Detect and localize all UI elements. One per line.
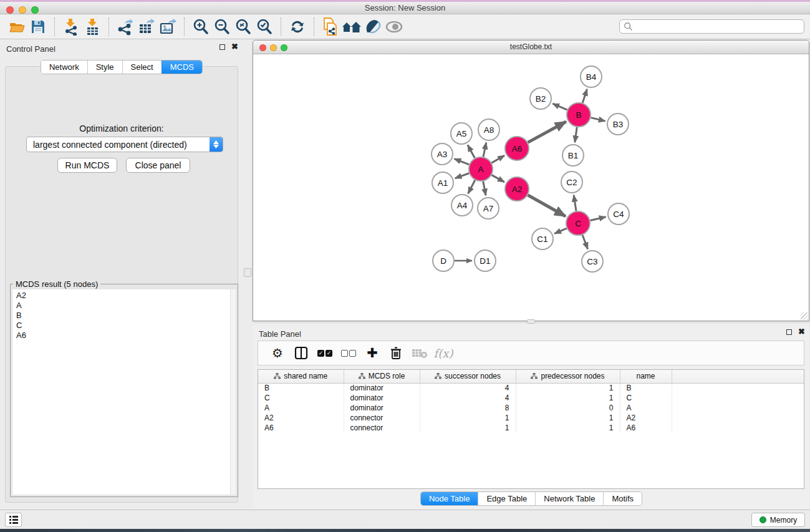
column-header[interactable]: name	[620, 370, 672, 383]
home-view-button[interactable]	[341, 17, 362, 37]
select-all-icon: ✓✓	[317, 350, 332, 357]
column-header[interactable]: predecessor nodes	[516, 370, 620, 383]
graph-node-A[interactable]: A	[469, 157, 493, 181]
graph-node-C1[interactable]: C1	[532, 228, 553, 249]
graph-node-A8[interactable]: A8	[478, 119, 499, 140]
delete-table-button[interactable]	[408, 343, 432, 363]
select-all-button[interactable]: ✓✓	[313, 343, 337, 363]
graph-node-D1[interactable]: D1	[475, 250, 496, 271]
vizmapper-button[interactable]	[362, 17, 383, 37]
svg-text:B2: B2	[536, 94, 546, 104]
column-header[interactable]	[672, 370, 804, 383]
float-panel-icon[interactable]	[786, 329, 792, 335]
table-row[interactable]: A6 connector 1 1 A6	[258, 423, 804, 433]
mcds-result-list[interactable]: A2ABCA6	[12, 289, 236, 495]
graph-node-A7[interactable]: A7	[478, 198, 499, 219]
mcds-result-item[interactable]: A6	[16, 331, 232, 341]
horizontal-splitter-grip[interactable]	[527, 319, 535, 324]
table-tab[interactable]: Motifs	[603, 492, 642, 505]
control-panel-tab[interactable]: MCDS	[162, 60, 202, 74]
network-canvas[interactable]: B4B2BB3A5A8A6B1A3AC2A1A2A4A7C4CC1C3DD1	[253, 54, 809, 321]
vertical-splitter-grip[interactable]	[244, 268, 251, 277]
open-session-button[interactable]	[6, 17, 27, 37]
export-table-button[interactable]	[136, 17, 157, 37]
zoom-selected-button[interactable]	[254, 17, 275, 37]
graph-node-B2[interactable]: B2	[530, 88, 551, 109]
table-row[interactable]: A2 connector 1 1 A2	[258, 413, 804, 423]
export-image-button[interactable]	[157, 17, 178, 37]
criterion-dropdown[interactable]: largest connected component (directed)	[26, 137, 223, 152]
delete-table-icon	[412, 347, 428, 359]
export-network-button[interactable]	[115, 17, 136, 37]
close-network-button[interactable]	[259, 44, 266, 51]
network-window-titlebar[interactable]: testGlobe.txt	[253, 41, 809, 54]
apply-function-button[interactable]: f(x)	[432, 343, 455, 363]
graph-node-D[interactable]: D	[433, 250, 454, 271]
column-header[interactable]: successor nodes	[420, 370, 516, 383]
graph-node-C4[interactable]: C4	[608, 203, 629, 225]
graph-node-A4[interactable]: A4	[451, 195, 473, 216]
zoom-network-button[interactable]	[281, 44, 287, 51]
scrollbar-track[interactable]	[230, 289, 236, 495]
refresh-view-button[interactable]	[287, 17, 308, 37]
column-settings-button[interactable]: ⚙	[266, 343, 289, 363]
close-panel-button[interactable]: Close panel	[126, 158, 190, 173]
graph-node-C2[interactable]: C2	[561, 172, 582, 193]
zoom-fit-button[interactable]	[233, 17, 254, 37]
close-panel-icon[interactable]: ✖	[231, 44, 238, 50]
deselect-all-button[interactable]	[337, 343, 360, 363]
search-field[interactable]	[619, 19, 804, 34]
zoom-window-button[interactable]	[31, 6, 39, 14]
add-row-button[interactable]: ✚	[360, 343, 384, 363]
close-window-button[interactable]	[6, 6, 14, 14]
zoom-in-button[interactable]	[190, 17, 211, 37]
search-input[interactable]	[633, 22, 804, 31]
mcds-result-item[interactable]: C	[16, 321, 232, 331]
column-header[interactable]: shared name	[258, 370, 344, 383]
control-panel-tab[interactable]: Style	[87, 60, 122, 74]
memory-button[interactable]: Memory	[751, 513, 805, 527]
graph-node-B3[interactable]: B3	[607, 114, 629, 135]
close-panel-icon[interactable]: ✖	[798, 329, 805, 335]
import-network-button[interactable]	[60, 17, 82, 37]
mcds-result-item[interactable]: A2	[16, 291, 232, 301]
zoom-out-button[interactable]	[211, 17, 233, 37]
minimize-window-button[interactable]	[19, 6, 26, 14]
graph-node-C[interactable]: C	[566, 211, 590, 235]
copy-network-button[interactable]	[320, 17, 341, 37]
column-header[interactable]: MCDS role	[344, 370, 420, 383]
graph-node-A5[interactable]: A5	[451, 123, 472, 144]
graph-node-B4[interactable]: B4	[581, 66, 602, 87]
table-row[interactable]: A dominator 8 0 A	[258, 403, 804, 413]
show-column-button[interactable]	[289, 343, 313, 363]
memory-label: Memory	[770, 516, 797, 525]
minimize-network-button[interactable]	[270, 44, 277, 51]
import-table-button[interactable]	[82, 17, 103, 37]
graph-node-A2[interactable]: A2	[505, 177, 529, 201]
float-panel-icon[interactable]	[219, 44, 225, 50]
table-tab[interactable]: Network Table	[535, 492, 603, 505]
table-row[interactable]: B dominator 4 1 B	[258, 383, 804, 393]
graph-node-B[interactable]: B	[567, 103, 591, 127]
app-window: Session: New Session	[0, 0, 810, 532]
graph-node-A3[interactable]: A3	[432, 143, 453, 165]
save-icon	[31, 19, 46, 34]
node-table[interactable]: shared name	[258, 369, 804, 489]
control-panel-tab[interactable]: Network	[41, 60, 87, 74]
table-tab[interactable]: Node Table	[421, 492, 478, 505]
mcds-result-item[interactable]: B	[16, 311, 232, 321]
graph-node-A6[interactable]: A6	[505, 137, 529, 160]
mcds-result-item[interactable]: A	[16, 301, 232, 311]
delete-row-button[interactable]	[384, 343, 408, 363]
table-row[interactable]: C dominator 4 1 C	[258, 393, 804, 403]
run-mcds-button[interactable]: Run MCDS	[57, 158, 117, 173]
graph-node-C3[interactable]: C3	[582, 251, 603, 272]
graph-node-B1[interactable]: B1	[562, 145, 584, 166]
task-history-button[interactable]	[5, 513, 22, 527]
graph-node-A1[interactable]: A1	[432, 172, 453, 193]
table-tab[interactable]: Edge Table	[478, 492, 535, 505]
control-panel-tab[interactable]: Select	[122, 60, 162, 74]
show-hide-button[interactable]	[383, 17, 405, 37]
save-session-button[interactable]	[27, 17, 49, 37]
resize-grip-icon[interactable]	[801, 312, 808, 320]
